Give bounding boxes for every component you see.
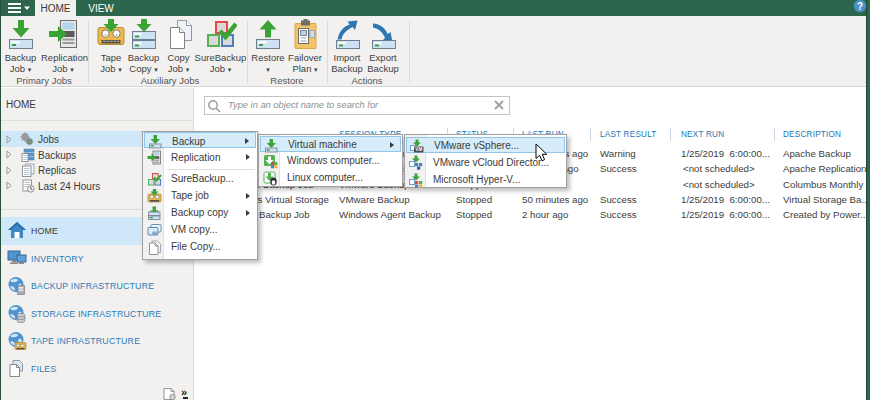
svg-text:VM: VM <box>415 147 422 152</box>
svg-text:?: ? <box>857 1 863 12</box>
svg-text:VM: VM <box>153 231 157 235</box>
